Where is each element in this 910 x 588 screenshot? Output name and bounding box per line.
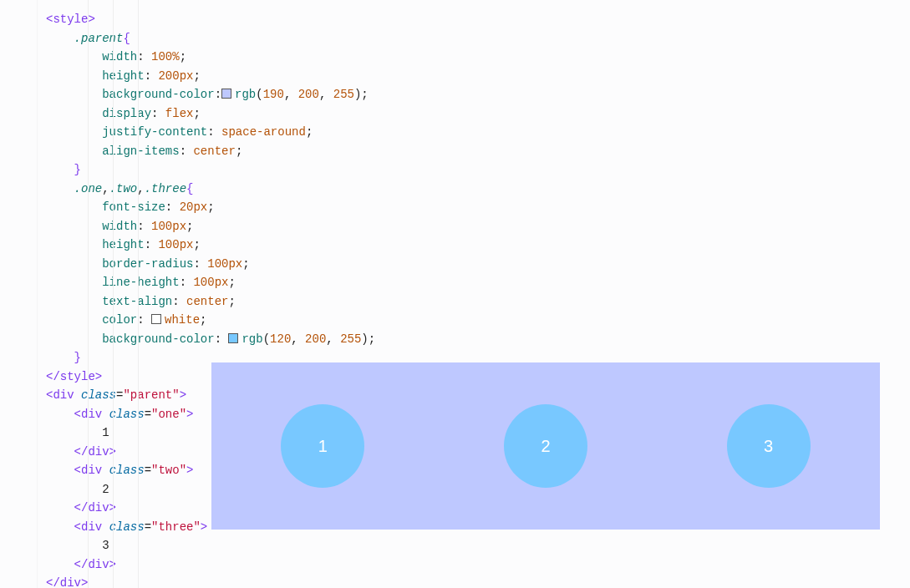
code-line[interactable]: <style> [46,10,910,29]
code-token: height [102,69,144,83]
code-token: 200 [305,332,326,346]
code-token: class [109,520,145,534]
code-token: .one [74,182,103,195]
code-token: 255 [333,88,354,101]
code-line[interactable]: align-items: center; [46,142,910,161]
code-token: ; [193,238,200,251]
code-token: ; [180,50,186,63]
code-token: background-color [102,88,214,101]
code-token: 1 [102,426,109,439]
code-token: 100% [151,50,180,63]
code-token: </div> [74,501,116,514]
code-token: ) [361,332,368,346]
code-token: <div [46,388,81,402]
code-token: .three [145,182,186,195]
code-token: > [186,464,193,477]
code-token: "three" [151,520,201,534]
code-line[interactable]: font-size: 20px; [46,198,910,217]
code-token: </div> [74,558,116,571]
code-token: > [186,408,193,421]
code-token: : [137,50,151,63]
code-token: { [186,182,193,195]
code-token: : [193,257,207,271]
code-token: font-size [102,200,165,214]
preview-circle-two: 2 [504,404,587,488]
code-token: , [284,88,298,101]
code-line[interactable]: display: flex; [46,104,910,124]
code-token: ; [200,313,206,327]
code-token: : [215,88,221,101]
code-token: .parent [74,32,124,45]
code-token: ; [242,257,249,271]
preview-circle-one: 1 [281,404,364,488]
code-token: : [145,69,159,83]
code-token: : [165,200,180,214]
code-token: flex [165,107,194,120]
code-token: 120 [270,332,291,346]
code-token: > [201,520,207,534]
code-token: ; [361,88,368,101]
code-editor[interactable]: <style> .parent{ width: 100%; height: 20… [0,0,910,588]
code-token: : [137,313,151,327]
code-line[interactable]: } [46,160,910,180]
editor-gutter [0,0,38,588]
code-line[interactable]: </div> [46,574,910,588]
code-token: , [102,182,109,195]
code-line[interactable]: background-color:rgb(190, 200, 255); [46,85,910,104]
code-token: height [102,238,144,251]
code-line[interactable]: width: 100px; [46,217,910,236]
code-token: width [102,50,137,63]
code-token: space-around [221,125,306,139]
code-token: 2 [102,483,109,496]
code-line[interactable]: justify-content: space-around; [46,123,910,142]
code-token: ; [207,200,214,214]
code-line[interactable]: 3 [46,536,910,555]
color-swatch-icon [221,89,231,99]
code-line[interactable]: height: 100px; [46,236,910,255]
code-line[interactable]: .parent{ [46,29,910,48]
code-token: "one" [151,408,186,421]
code-token: text-align [102,295,172,308]
code-line[interactable]: text-align: center; [46,292,910,312]
code-token: 20px [180,200,208,214]
code-token: ( [256,88,262,101]
code-token: line-height [102,276,179,289]
code-token: "two" [151,464,186,477]
code-line[interactable]: border-radius: 100px; [46,255,910,274]
code-token: ; [186,220,193,233]
code-token: ; [193,69,200,83]
code-token: 100px [158,238,193,251]
code-token: .two [109,182,138,195]
code-line[interactable]: height: 200px; [46,67,910,86]
code-token: : [172,295,186,308]
code-line[interactable]: line-height: 100px; [46,273,910,292]
code-token: <style> [46,13,95,26]
code-token: <div [74,408,109,421]
code-token: } [74,351,81,364]
code-token: border-radius [102,257,193,271]
code-token: ; [369,332,375,346]
code-token: rgb [235,88,256,101]
code-line[interactable]: .one,.two,.three{ [46,180,910,199]
code-token: = [145,520,151,534]
code-token: 190 [263,88,284,101]
code-token: ( [263,332,270,346]
code-line[interactable]: </div> [46,555,910,575]
code-token: </div> [46,576,88,588]
code-line[interactable]: width: 100%; [46,48,910,67]
code-token: <div [74,464,109,477]
code-token: , [319,88,333,101]
code-token: 200 [298,88,319,101]
code-token: rgb [241,332,262,346]
code-token: : [137,220,151,233]
code-token: class [109,408,145,421]
code-token: : [207,125,221,139]
code-token: display [102,107,151,120]
code-line[interactable]: background-color: rgb(120, 200, 255); [46,330,910,349]
code-token: ; [306,125,313,139]
code-token: </div> [74,445,116,459]
code-token: > [180,388,186,402]
code-line[interactable]: color: white; [46,311,910,330]
code-token: center [186,295,228,308]
code-token: ; [228,295,235,308]
